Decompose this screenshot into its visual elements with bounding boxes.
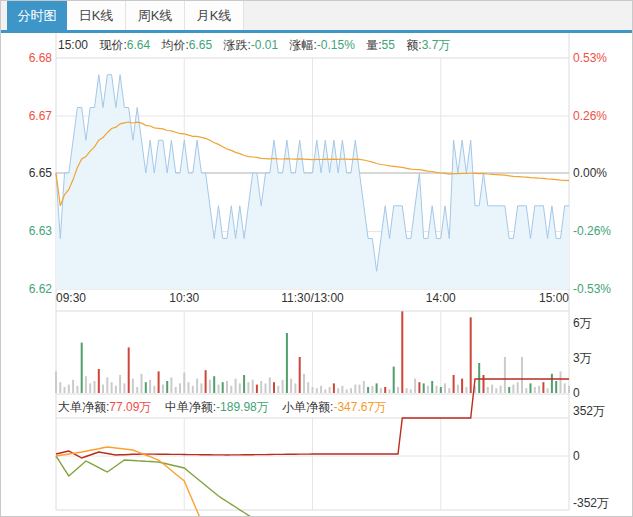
flow-mid-net: 中单净额:-189.98万	[165, 400, 269, 414]
status-change-pct: 涨幅:-0.15%	[290, 38, 355, 52]
status-volume: 量:55	[366, 38, 395, 52]
status-last-price: 现价:6.64	[99, 38, 150, 52]
main-price-chart-area[interactable]	[56, 58, 569, 289]
flow-small-net: 小单净额:-347.67万	[282, 400, 386, 414]
fund-flow-pane[interactable]	[56, 418, 569, 510]
status-change: 涨跌:-0.01	[223, 38, 278, 52]
quote-status-row: 15:00 现价:6.64 均价:6.65 涨跌:-0.01 涨幅:-0.15%…	[58, 37, 450, 54]
stock-chart-widget: 分时图 日K线 周K线 月K线 15:00 现价:6.64 均价:6.65 涨跌…	[0, 0, 633, 517]
volume-pane[interactable]	[56, 311, 569, 394]
fund-flow-summary: 大单净额:77.09万 中单净额:-189.98万 小单净额:-347.67万	[58, 399, 396, 416]
flow-large-net: 大单净额:77.09万	[58, 400, 151, 414]
status-time: 15:00	[58, 38, 88, 52]
status-avg-price: 均价:6.65	[161, 38, 212, 52]
status-amount: 额:3.7万	[406, 38, 450, 52]
